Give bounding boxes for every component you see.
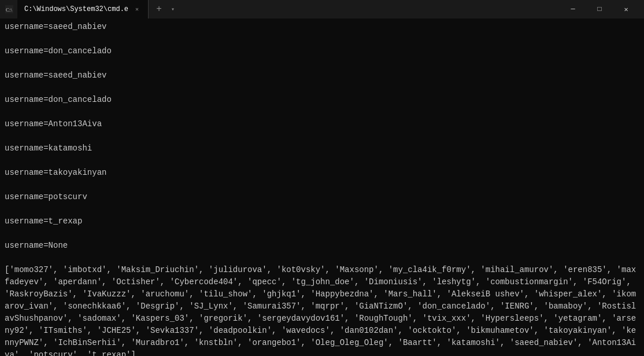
- tab-close-button[interactable]: ✕: [133, 5, 141, 14]
- tab-bar: C:\Windows\System32\cmd.e ✕ + ▾: [17, 0, 560, 19]
- window-controls: — □ ✕: [560, 0, 639, 19]
- tab-dropdown-button[interactable]: ▾: [167, 1, 179, 17]
- terminal-line: ['momo327', 'imbotxd', 'Maksim_Driuchin'…: [5, 264, 639, 356]
- terminal-line: [5, 57, 639, 69]
- new-tab-button[interactable]: +: [151, 1, 167, 17]
- terminal-line: username=saeed_nabiev: [5, 21, 639, 33]
- terminal-line: username=don_cancelado: [5, 94, 639, 106]
- terminal-line: [5, 130, 639, 142]
- cmd-window: C:\ C:\Windows\System32\cmd.e ✕ + ▾ — □ …: [0, 0, 644, 356]
- terminal-line: username=Anton13Aiva: [5, 118, 639, 130]
- terminal-body[interactable]: username=saeed_nabievusername=don_cancel…: [0, 19, 644, 356]
- terminal-line: username=don_cancelado: [5, 45, 639, 57]
- terminal-line: username=takoyakinyan: [5, 167, 639, 179]
- maximize-button[interactable]: □: [586, 0, 613, 19]
- terminal-line: [5, 179, 639, 191]
- close-button[interactable]: ✕: [613, 0, 639, 19]
- terminal-line: username=saeed_nabiev: [5, 69, 639, 82]
- terminal-line: [5, 227, 639, 240]
- terminal-line: [5, 203, 639, 215]
- terminal-line: [5, 82, 639, 94]
- terminal-line: [5, 33, 639, 45]
- tab-cmd[interactable]: C:\Windows\System32\cmd.e ✕: [17, 0, 149, 19]
- terminal-line: username=t_rexap: [5, 215, 639, 227]
- terminal-line: username=katamoshi: [5, 142, 639, 155]
- terminal-line: [5, 155, 639, 167]
- svg-text:C:\: C:\: [6, 7, 13, 13]
- terminal-line: username=None: [5, 240, 639, 252]
- terminal-line: [5, 106, 639, 118]
- minimize-button[interactable]: —: [560, 0, 586, 19]
- tab-label: C:\Windows\System32\cmd.e: [24, 5, 128, 13]
- app-icon: C:\: [5, 5, 14, 14]
- terminal-line: [5, 252, 639, 264]
- titlebar: C:\ C:\Windows\System32\cmd.e ✕ + ▾ — □ …: [0, 0, 644, 19]
- terminal-line: username=potscurv: [5, 191, 639, 203]
